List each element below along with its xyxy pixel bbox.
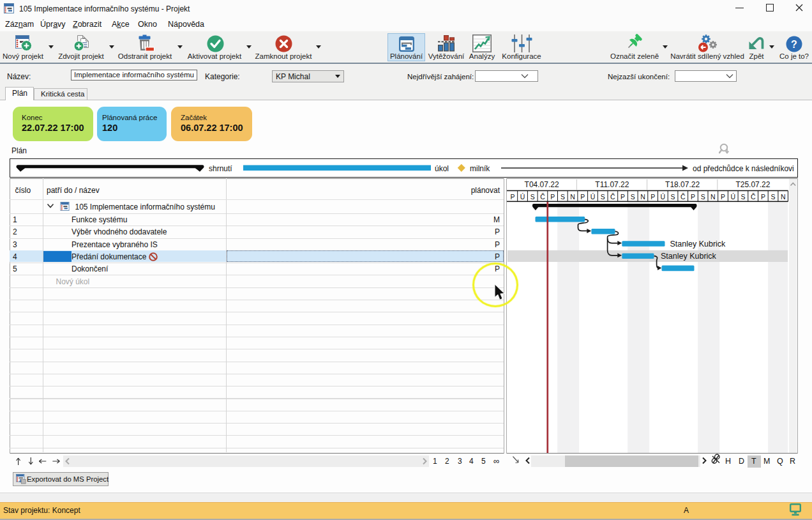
svg-text:S: S xyxy=(671,193,675,201)
svg-text:Stanley Kubrick: Stanley Kubrick xyxy=(670,240,726,249)
svg-text:Č: Č xyxy=(610,193,615,201)
svg-text:?: ? xyxy=(791,39,797,50)
svg-text:N: N xyxy=(570,193,575,201)
svg-text:Stanley Kubrick: Stanley Kubrick xyxy=(661,252,717,261)
svg-text:N: N xyxy=(781,193,786,201)
svg-text:P: P xyxy=(550,193,555,201)
svg-text:P: P xyxy=(620,193,625,201)
svg-text:P: P xyxy=(510,193,515,201)
svg-text:P: P xyxy=(580,193,585,201)
svg-text:S: S xyxy=(530,193,535,201)
svg-text:Ú: Ú xyxy=(661,193,666,201)
svg-text:Ú: Ú xyxy=(520,193,525,201)
svg-text:S: S xyxy=(741,193,745,201)
svg-text:P: P xyxy=(721,193,725,201)
svg-text:N: N xyxy=(640,193,645,201)
svg-text:Ú: Ú xyxy=(731,193,736,201)
svg-text:S: S xyxy=(701,193,705,201)
svg-text:P: P xyxy=(650,193,655,201)
svg-text:Č: Č xyxy=(751,193,756,201)
svg-text:P: P xyxy=(691,193,695,201)
svg-text:P: P xyxy=(761,193,765,201)
svg-text:T04.07.22: T04.07.22 xyxy=(525,180,559,189)
svg-text:Ú: Ú xyxy=(590,193,596,201)
svg-text:T25.07.22: T25.07.22 xyxy=(735,180,770,189)
svg-text:S: S xyxy=(560,193,565,201)
svg-text:N: N xyxy=(710,193,716,201)
svg-text:S: S xyxy=(771,193,776,201)
svg-text:Č: Č xyxy=(680,193,686,201)
svg-text:T11.07.22: T11.07.22 xyxy=(595,180,629,189)
svg-text:Č: Č xyxy=(540,193,545,201)
svg-text:S: S xyxy=(631,193,635,201)
svg-text:S: S xyxy=(601,193,605,201)
svg-text:T18.07.22: T18.07.22 xyxy=(665,180,700,189)
